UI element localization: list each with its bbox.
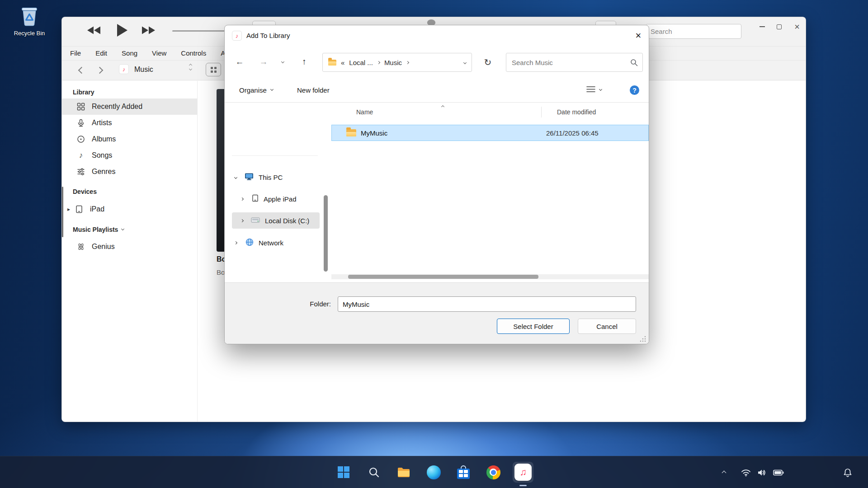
wifi-icon[interactable]: [741, 469, 751, 479]
edge-button[interactable]: [423, 462, 444, 483]
sidebar-item-label: Artists: [92, 119, 112, 127]
refresh-button[interactable]: ↻: [481, 55, 495, 70]
chrome-icon: [486, 465, 500, 479]
start-button[interactable]: [333, 462, 354, 483]
library-picker-stepper[interactable]: [189, 64, 192, 70]
play-button[interactable]: [116, 23, 128, 38]
tree-item-apple-ipad[interactable]: Apple iPad: [225, 190, 322, 207]
ipad-expand-icon[interactable]: ▸: [67, 206, 74, 212]
refresh-icon: ↻: [484, 57, 492, 68]
this-pc-expand-icon[interactable]: [234, 175, 237, 178]
horizontal-scrollbar-thumb[interactable]: [348, 275, 538, 279]
column-header-name[interactable]: Name: [356, 108, 373, 116]
battery-icon[interactable]: [773, 469, 784, 478]
breadcrumb-separator-icon: [377, 61, 380, 64]
genius-atom-icon: [75, 243, 86, 251]
up-arrow-icon: ↑: [302, 57, 307, 67]
local-disk-expand-icon[interactable]: [241, 219, 244, 222]
menu-view[interactable]: View: [145, 46, 174, 60]
music-note-icon: ♪: [119, 64, 129, 74]
folder-field-label: Folder:: [292, 300, 331, 308]
close-button[interactable]: ×: [788, 20, 806, 33]
breadcrumb-separator-icon: [406, 61, 409, 64]
column-divider[interactable]: [541, 107, 542, 117]
speaker-icon[interactable]: [757, 469, 766, 479]
nav-up-button[interactable]: ↑: [297, 54, 312, 70]
sidebar-item-label: Genres: [92, 168, 115, 176]
help-button[interactable]: ?: [630, 85, 639, 95]
sidebar-item-genius[interactable]: Genius: [62, 239, 197, 255]
sidebar-item-ipad[interactable]: ▸ iPad: [62, 201, 197, 217]
notifications-bell-icon[interactable]: [843, 468, 853, 479]
file-explorer-button[interactable]: [393, 462, 414, 483]
dialog-footer: [225, 282, 649, 344]
music-app-button[interactable]: ♫: [513, 462, 533, 483]
nav-forward-button[interactable]: →: [256, 54, 271, 70]
column-header-date-modified[interactable]: Date modified: [557, 108, 596, 116]
microsoft-store-button[interactable]: [453, 462, 474, 483]
sidebar-item-artists[interactable]: Artists: [62, 115, 197, 131]
tree-scrollbar[interactable]: [324, 195, 328, 272]
microphone-icon: [75, 119, 86, 127]
breadcrumb[interactable]: « Local ... Music: [322, 53, 472, 72]
tray-overflow-chevron-icon[interactable]: [722, 471, 726, 475]
sidebar-item-genres[interactable]: Genres: [62, 164, 197, 180]
playlists-header[interactable]: Music Playlists: [73, 226, 124, 233]
dialog-search-box[interactable]: [506, 53, 643, 72]
tree-item-this-pc[interactable]: This PC: [225, 169, 322, 186]
sidebar-item-songs[interactable]: ♪ Songs: [62, 147, 197, 164]
breadcrumb-dropdown-icon[interactable]: [463, 61, 467, 64]
menu-edit[interactable]: Edit: [88, 46, 114, 60]
rewind-button[interactable]: [87, 25, 102, 35]
search-icon: [368, 466, 380, 478]
maximize-button[interactable]: [770, 20, 788, 33]
active-app-indicator: [519, 485, 527, 486]
back-arrow-icon: ←: [236, 57, 244, 67]
network-expand-icon[interactable]: [234, 241, 237, 244]
library-header: Library: [73, 89, 94, 96]
menu-song[interactable]: Song: [114, 46, 145, 60]
fast-forward-button[interactable]: [141, 25, 155, 35]
recycle-bin-label: Recycle Bin: [8, 30, 51, 37]
chrome-button[interactable]: [483, 462, 504, 483]
search-icon: [630, 59, 638, 68]
menu-controls[interactable]: Controls: [174, 46, 213, 60]
music-app-icon: ♫: [514, 464, 532, 481]
recently-added-icon: [75, 103, 86, 111]
sort-ascending-icon[interactable]: [441, 105, 444, 108]
file-row-mymusic[interactable]: MyMusic 26/11/2025 06:45: [331, 125, 649, 141]
organise-button[interactable]: Organise: [239, 82, 273, 98]
breadcrumb-overflow[interactable]: «: [341, 59, 344, 66]
apple-ipad-expand-icon[interactable]: [241, 197, 244, 200]
edge-icon: [427, 465, 441, 479]
nav-history-chevron-icon[interactable]: [281, 60, 284, 63]
taskbar-search-button[interactable]: [363, 462, 384, 483]
dialog-search-input[interactable]: [506, 53, 642, 71]
this-pc-icon: [245, 173, 254, 182]
breadcrumb-segment-local[interactable]: Local ...: [349, 59, 373, 66]
minimize-button[interactable]: [754, 20, 771, 33]
add-to-library-dialog: ♪ Add To Library × ← → ↑ « Local ... Mus…: [224, 25, 649, 344]
sidebar: Library Recently Added Artists Albums: [62, 81, 198, 422]
sidebar-item-albums[interactable]: Albums: [62, 131, 197, 147]
nav-back-button[interactable]: ←: [232, 54, 247, 70]
tree-item-label: This PC: [259, 174, 283, 181]
library-picker-label[interactable]: Music: [134, 66, 153, 74]
tree-item-local-disk[interactable]: Local Disk (C:): [225, 212, 322, 229]
new-folder-button[interactable]: New folder: [297, 82, 330, 98]
player-search-input[interactable]: [646, 24, 741, 39]
folder-icon: [397, 466, 410, 478]
recycle-bin[interactable]: Recycle Bin: [8, 4, 51, 37]
grid-view-button[interactable]: [206, 63, 221, 76]
tree-item-network[interactable]: Network: [225, 234, 322, 251]
horizontal-scrollbar-track[interactable]: [331, 274, 649, 279]
sidebar-item-recently-added[interactable]: Recently Added: [62, 99, 197, 115]
folder-name-input[interactable]: [338, 296, 636, 312]
resize-grip[interactable]: [640, 336, 646, 343]
view-options-button[interactable]: [586, 84, 602, 96]
select-folder-button[interactable]: Select Folder: [497, 319, 570, 334]
menu-file[interactable]: File: [63, 46, 88, 60]
dialog-close-button[interactable]: ×: [628, 25, 649, 46]
breadcrumb-segment-music[interactable]: Music: [384, 59, 402, 66]
cancel-button[interactable]: Cancel: [578, 319, 636, 334]
